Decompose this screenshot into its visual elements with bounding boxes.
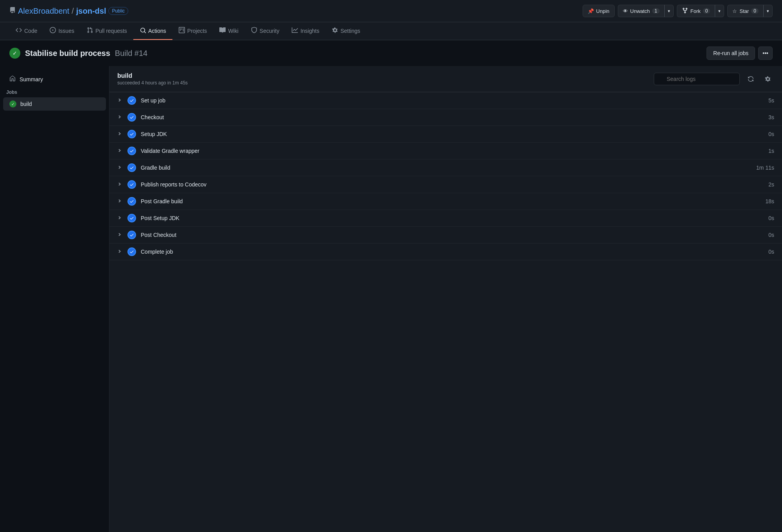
projects-icon [179,27,185,34]
step-success-icon [127,130,136,138]
search-logs-wrapper: 🔍 [654,73,740,85]
sidebar-jobs-section: Jobs [0,86,109,97]
tab-code[interactable]: Code [9,22,43,40]
page-content: ✓ Stabilise build process Build #14 Re-r… [0,40,782,532]
step-name: Checkout [141,114,764,120]
step-row[interactable]: Post Gradle build 18s [109,193,782,210]
step-chevron-icon [117,165,123,171]
tab-pr-label: Pull requests [95,28,127,34]
page-header-actions: Re-run all jobs ••• [707,47,773,60]
repo-title: AlexBroadbent / json-dsl Public [9,7,128,16]
tab-actions[interactable]: Actions [133,22,172,40]
step-row[interactable]: Gradle build 1m 11s [109,159,782,176]
unpin-button[interactable]: 📌 Unpin [583,5,615,17]
main-layout: Summary Jobs ✓ build build succeeded 4 h… [0,66,782,532]
refresh-button[interactable] [744,73,757,85]
more-options-button[interactable]: ••• [758,47,773,60]
step-row[interactable]: Validate Gradle wrapper 1s [109,143,782,159]
star-dropdown-button[interactable]: ▾ [763,5,773,17]
job-success-icon: ✓ [9,100,16,107]
star-icon: ☆ [732,8,737,14]
step-name: Validate Gradle wrapper [141,148,764,154]
step-chevron-icon [117,98,123,104]
tab-settings-label: Settings [341,28,361,34]
step-chevron-icon [117,182,123,188]
step-name: Complete job [141,249,764,255]
step-success-icon [127,247,136,256]
repo-icon [9,7,16,15]
fork-button-split: Fork 0 ▾ [677,5,725,17]
watch-main-button[interactable]: 👁 Unwatch 1 [618,5,664,17]
tab-settings[interactable]: Settings [326,22,367,40]
code-icon [16,27,22,34]
sidebar-summary-label: Summary [20,76,43,82]
step-success-icon [127,197,136,206]
insights-icon [292,27,298,34]
step-row[interactable]: Complete job 0s [109,244,782,260]
step-duration: 0s [768,215,774,221]
page-header: ✓ Stabilise build process Build #14 Re-r… [0,40,782,66]
sidebar-job-build[interactable]: ✓ build [3,97,106,111]
unpin-label: Unpin [596,8,610,14]
tab-wiki[interactable]: Wiki [213,22,244,40]
step-duration: 0s [768,131,774,137]
build-panel: build succeeded 4 hours ago in 1m 45s 🔍 [109,66,782,532]
tab-insights-label: Insights [300,28,319,34]
step-name: Setup JDK [141,131,764,137]
sidebar-job-label: build [20,101,32,107]
star-count: 0 [751,8,759,14]
step-name: Publish reports to Codecov [141,181,764,188]
step-row[interactable]: Post Setup JDK 0s [109,210,782,227]
fork-count: 0 [703,8,710,14]
step-row[interactable]: Post Checkout 0s [109,227,782,244]
step-success-icon [127,231,136,239]
step-success-icon [127,96,136,105]
step-row[interactable]: Publish reports to Codecov 2s [109,176,782,193]
fork-dropdown-button[interactable]: ▾ [715,5,724,17]
step-chevron-icon [117,115,123,120]
sidebar-summary-item[interactable]: Summary [3,72,106,86]
visibility-badge: Public [108,7,128,15]
watch-button-split: 👁 Unwatch 1 ▾ [618,5,674,17]
step-chevron-icon [117,215,123,221]
tab-security-label: Security [260,28,280,34]
step-row[interactable]: Setup JDK 0s [109,126,782,143]
tab-insights[interactable]: Insights [285,22,325,40]
nav-actions: 📌 Unpin 👁 Unwatch 1 ▾ Fork 0 ▾ [583,5,773,17]
tab-actions-label: Actions [148,28,166,34]
step-name: Set up job [141,97,764,104]
tab-pull-requests[interactable]: Pull requests [81,22,133,40]
issue-icon [50,27,56,34]
rerun-all-jobs-button[interactable]: Re-run all jobs [707,47,755,60]
repo-owner-link[interactable]: AlexBroadbent [18,7,69,16]
step-chevron-icon [117,232,123,238]
step-name: Post Checkout [141,232,764,238]
tab-code-label: Code [24,28,37,34]
settings-panel-button[interactable] [762,73,774,85]
step-row[interactable]: Checkout 3s [109,109,782,126]
step-duration: 2s [768,181,774,188]
step-success-icon [127,147,136,155]
fork-label: Fork [691,8,701,14]
step-name: Post Setup JDK [141,215,764,221]
step-name: Gradle build [141,165,752,171]
search-logs-input[interactable] [654,73,740,85]
tab-issues[interactable]: Issues [43,22,80,40]
step-success-icon [127,180,136,189]
watch-dropdown-button[interactable]: ▾ [664,5,674,17]
home-icon [9,75,16,83]
tab-wiki-label: Wiki [228,28,238,34]
step-chevron-icon [117,131,123,137]
fork-icon [682,7,688,15]
fork-main-button[interactable]: Fork 0 [677,5,715,17]
build-panel-info: build succeeded 4 hours ago in 1m 45s [117,72,188,86]
step-duration: 18s [765,198,774,204]
step-chevron-icon [117,199,123,204]
step-row[interactable]: Set up job 5s [109,92,782,109]
tab-projects[interactable]: Projects [172,22,213,40]
step-name: Post Gradle build [141,198,760,204]
repo-name-link[interactable]: json-dsl [76,7,106,16]
tab-security[interactable]: Security [245,22,286,40]
star-main-button[interactable]: ☆ Star 0 [727,5,763,17]
actions-icon [140,27,146,34]
